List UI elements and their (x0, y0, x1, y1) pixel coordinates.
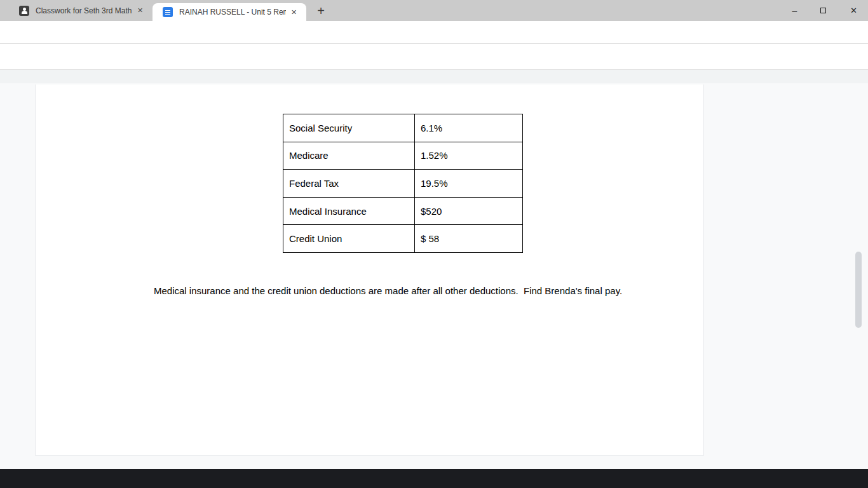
tab-title: RAINAH RUSSELL - Unit 5 Remed (179, 8, 286, 17)
table-row[interactable]: Medicare 1.52% (283, 142, 523, 170)
vertical-scrollbar-thumb[interactable] (855, 252, 862, 328)
table-cell-value[interactable]: 19.5% (415, 170, 523, 198)
table-cell-value[interactable]: 6.1% (415, 114, 523, 142)
window-minimize-button[interactable]: – (780, 0, 809, 21)
table-cell-label[interactable]: Medical Insurance (283, 197, 415, 225)
table-cell-value[interactable]: $520 (415, 197, 523, 225)
document-canvas: Social Security 6.1% Medicare 1.52% Fede… (0, 83, 868, 469)
window-restore-button[interactable] (809, 0, 837, 21)
table-row[interactable]: Federal Tax 19.5% (283, 170, 523, 198)
table-cell-label[interactable]: Federal Tax (283, 170, 415, 198)
table-cell-label[interactable]: Credit Union (283, 225, 415, 253)
tab-rainah-russell-active[interactable]: RAINAH RUSSELL - Unit 5 Remed ✕ (153, 3, 306, 21)
browser-nav-bar: https://docs.google.com/document/d/1JpKT… (0, 21, 868, 44)
deductions-table[interactable]: Social Security 6.1% Medicare 1.52% Fede… (283, 114, 523, 253)
browser-tab-bar: Classwork for Seth 3rd Math Mo ✕ RAINAH … (0, 0, 868, 21)
table-row[interactable]: Credit Union $ 58 (283, 225, 523, 253)
google-docs-favicon (163, 7, 173, 17)
ruler: 1 1 2 3 4 5 6 7 (0, 70, 868, 83)
restore-icon (820, 8, 826, 13)
table-row[interactable]: Social Security 6.1% (283, 114, 523, 142)
new-tab-button[interactable]: + (313, 3, 329, 19)
document-paragraph[interactable]: Medical insurance and the credit union d… (154, 283, 627, 298)
table-cell-label[interactable]: Medicare (283, 142, 415, 170)
docs-toolbar: Normal text ▾ Arial ▾ − 10.5 + B I U A (0, 44, 868, 70)
windows-taskbar: N ? 3:35 PM 2/3/2021 (0, 469, 868, 488)
table-cell-value[interactable]: $ 58 (415, 225, 523, 253)
screen: Classwork for Seth 3rd Math Mo ✕ RAINAH … (0, 0, 868, 488)
classroom-favicon (19, 6, 29, 16)
window-close-button[interactable]: ✕ (839, 0, 868, 21)
table-row[interactable]: Medical Insurance $520 (283, 197, 523, 225)
tab-title: Classwork for Seth 3rd Math Mo (36, 6, 132, 15)
tab-close-icon[interactable]: ✕ (137, 6, 143, 15)
table-cell-value[interactable]: 1.52% (415, 142, 523, 170)
tab-close-icon[interactable]: ✕ (291, 8, 297, 17)
table-cell-label[interactable]: Social Security (283, 114, 415, 142)
tab-classwork[interactable]: Classwork for Seth 3rd Math Mo ✕ (8, 0, 151, 21)
document-page[interactable]: Social Security 6.1% Medicare 1.52% Fede… (35, 85, 704, 456)
